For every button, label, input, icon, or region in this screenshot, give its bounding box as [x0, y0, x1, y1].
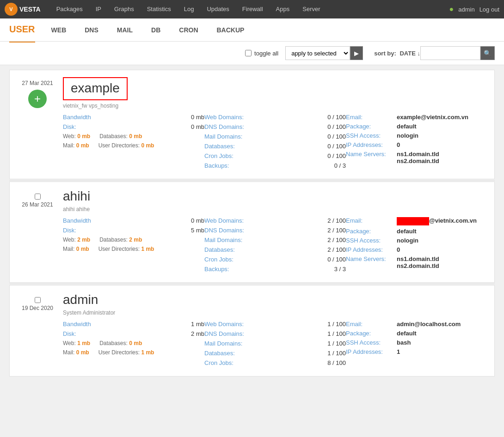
nav-statistics[interactable]: Statistics — [141, 0, 178, 18]
user-stats-example: Bandwidth 0 mb Disk: 0 mb Web: 0 mb Data… — [63, 114, 487, 172]
user-name-link-example[interactable]: example — [71, 81, 120, 96]
cron-label-example[interactable]: Cron Jobs: — [204, 152, 234, 159]
tab-backup[interactable]: BACKUP — [215, 18, 247, 42]
user-card-body-admin: admin System Administrator Bandwidth1 mb… — [63, 292, 487, 369]
main-content: 27 Mar 2021 + example vietnix_fw vps_hos… — [0, 65, 504, 382]
ns-label-example[interactable]: Name Servers: — [346, 151, 392, 164]
user-date-admin: 19 Dec 2020 — [17, 304, 58, 312]
logout-link[interactable]: Log out — [479, 6, 499, 13]
user-name-link-ahihi[interactable]: ahihi — [63, 189, 90, 204]
userdir-stat-ahihi: User Directories: 1 mb — [98, 246, 154, 252]
user-tags-example: vietnix_fw vps_hosting — [63, 103, 487, 109]
section-tabs: WEB DNS MAIL DB CRON BACKUP — [49, 18, 247, 42]
nav-packages[interactable]: Packages — [50, 0, 89, 18]
toggle-all-label: toggle all — [254, 50, 278, 57]
top-navigation: V VESTA Packages IP Graphs Statistics Lo… — [0, 0, 504, 18]
stats-col-left-admin: Bandwidth1 mb Disk:2 mb Web: 1 mb Databa… — [63, 321, 204, 369]
tab-db[interactable]: DB — [149, 18, 163, 42]
tab-cron[interactable]: CRON — [177, 18, 200, 42]
ip-label-example[interactable]: IP Addresses: — [346, 141, 392, 148]
package-label-example[interactable]: Package: — [346, 123, 392, 130]
tab-dns[interactable]: DNS — [82, 18, 101, 42]
user-date-example: 27 Mar 2021 — [17, 79, 58, 87]
ssh-label-example[interactable]: SSH Access: — [346, 132, 392, 139]
nav-updates[interactable]: Updates — [200, 0, 235, 18]
user-date-ahihi: 26 Mar 2021 — [17, 201, 58, 209]
ip-row-example: IP Addresses: 0 — [346, 141, 487, 148]
sort-by-label: sort by: — [374, 50, 396, 57]
admin-link[interactable]: admin — [458, 6, 474, 13]
tab-web[interactable]: WEB — [49, 18, 69, 42]
databases-row-example: Databases: 0 / 100 — [204, 143, 346, 150]
bandwidth-label-example[interactable]: Bandwidth — [63, 114, 91, 121]
ssh-value-example: nologin — [397, 132, 418, 139]
logo[interactable]: V VESTA — [5, 3, 41, 16]
user-tags-admin: System Administrator — [63, 310, 487, 316]
nav-apps[interactable]: Apps — [270, 0, 296, 18]
search-button[interactable]: 🔍 — [480, 46, 495, 60]
disk-label-ahihi[interactable]: Disk: — [63, 227, 76, 234]
webdomains-value-example: 0 / 100 — [327, 114, 346, 121]
notification-icon[interactable]: ● — [449, 5, 454, 13]
tab-mail[interactable]: MAIL — [115, 18, 135, 42]
maildomains-label-example[interactable]: Mail Domains: — [204, 133, 242, 140]
ssh-row-example: SSH Access: nologin — [346, 132, 487, 139]
dnsdomains-row-example: DNS Domains: 0 / 100 — [204, 123, 346, 130]
ip-value-example: 0 — [397, 141, 400, 148]
toggle-all-checkbox[interactable] — [245, 50, 252, 56]
nav-ip[interactable]: IP — [89, 0, 108, 18]
secondary-navigation: USER WEB DNS MAIL DB CRON BACKUP — [0, 18, 504, 42]
nav-log[interactable]: Log — [178, 0, 201, 18]
webdomains-label-example[interactable]: Web Domains: — [204, 114, 244, 121]
user-tab[interactable]: USER — [9, 18, 35, 42]
stats-col-right-ahihi: Email: @vietnix.com.vn Package:default S… — [346, 217, 487, 275]
email-label-example[interactable]: Email: — [346, 114, 392, 121]
user-card-admin: 19 Dec 2020 admin System Administrator B… — [9, 285, 495, 376]
backups-label-example[interactable]: Backups: — [204, 162, 229, 169]
bandwidth-label-ahihi[interactable]: Bandwidth — [63, 217, 91, 224]
nav-firewall[interactable]: Firewall — [236, 0, 270, 18]
sort-by-value[interactable]: DATE ↓ — [400, 50, 420, 57]
dnsdomains-label-example[interactable]: DNS Domains: — [204, 123, 244, 130]
apply-button[interactable]: ▶ — [350, 46, 363, 60]
disk-label-example[interactable]: Disk: — [63, 123, 76, 130]
userdir-stat-example: User Directories: 0 mb — [98, 142, 154, 149]
user-name-box-example: example — [63, 77, 128, 100]
package-value-example: default — [397, 123, 417, 130]
maildomains-row-example: Mail Domains: 0 / 100 — [204, 133, 346, 140]
toolbar: toggle all apply to selected ▶ sort by: … — [0, 42, 504, 65]
ns-row-example: Name Servers: ns1.domain.tld ns2.domain.… — [346, 151, 487, 164]
user-checkbox-admin[interactable] — [35, 297, 41, 303]
user-checkbox-ahihi[interactable] — [35, 194, 41, 200]
search-input[interactable] — [420, 46, 480, 60]
email-redacted-ahihi — [397, 217, 429, 225]
sub-stats2-example: Mail: 0 mb User Directories: 0 mb — [63, 142, 204, 149]
db-stat-example: Databases: 0 mb — [99, 133, 142, 140]
nav-graphs[interactable]: Graphs — [108, 0, 141, 18]
apply-select[interactable]: apply to selected — [285, 46, 350, 60]
nav-server[interactable]: Server — [296, 0, 326, 18]
apply-select-wrapper: apply to selected ▶ — [285, 46, 363, 60]
package-row-example: Package: default — [346, 123, 487, 130]
databases-value-example: 0 / 100 — [327, 143, 346, 150]
user-card-body-ahihi: ahihi ahihi ahihe Bandwidth 0 mb Disk: 5… — [63, 189, 487, 275]
top-nav-right: ● admin Log out — [449, 5, 499, 13]
bandwidth-value-ahihi: 0 mb — [191, 217, 204, 224]
databases-label-example[interactable]: Databases: — [204, 143, 235, 150]
user-card-left-example: 27 Mar 2021 + — [17, 77, 63, 172]
bandwidth-value-example: 0 mb — [191, 114, 204, 121]
add-user-button[interactable]: + — [28, 90, 47, 108]
vesta-icon: V — [5, 3, 18, 16]
user-card-left-admin: 19 Dec 2020 — [17, 292, 63, 369]
backups-row-example: Backups: 0 / 3 — [204, 162, 346, 169]
stats-col-mid-admin: Web Domains:1 / 100 DNS Domains:1 / 100 … — [204, 321, 346, 369]
stats-col-left-ahihi: Bandwidth 0 mb Disk: 5 mb Web: 2 mb Data… — [63, 217, 204, 275]
user-tags-ahihi: ahihi ahihe — [63, 206, 487, 212]
backups-value-example: 0 / 3 — [334, 162, 346, 169]
toggle-all-wrapper: toggle all — [245, 50, 278, 57]
dnsdomains-value-example: 0 / 100 — [327, 123, 346, 130]
db-stat-ahihi: Databases: 2 mb — [99, 237, 142, 243]
user-name-link-admin[interactable]: admin — [63, 292, 98, 307]
user-stats-ahihi: Bandwidth 0 mb Disk: 5 mb Web: 2 mb Data… — [63, 217, 487, 275]
disk-row-example: Disk: 0 mb — [63, 123, 204, 130]
